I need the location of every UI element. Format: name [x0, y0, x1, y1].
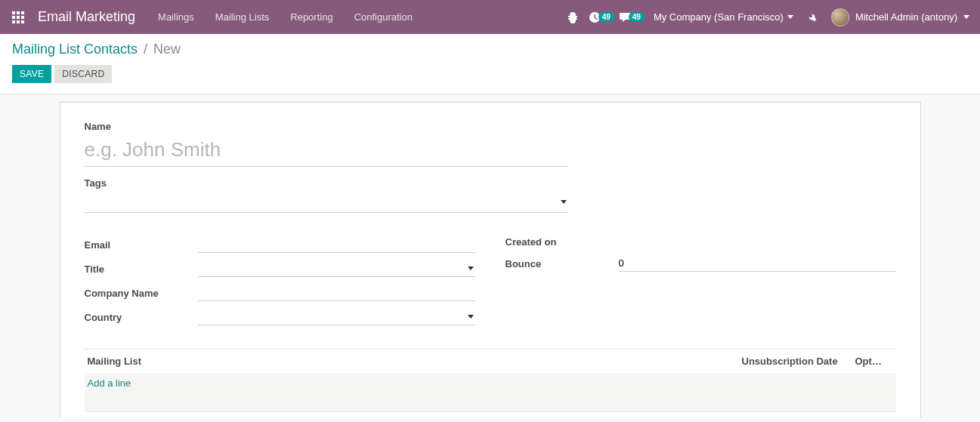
breadcrumb-separator: /: [144, 42, 147, 57]
save-button[interactable]: Save: [12, 65, 51, 83]
bounce-label: Bounce: [505, 251, 619, 276]
form-sheet: Name Tags Email Title: [60, 102, 921, 418]
debug-icon[interactable]: [561, 6, 584, 29]
subtable-header-unsubscription-date: Unsubscription Date: [742, 356, 855, 367]
navbar-right: 49 49 My Company (San Francisco) Mitchel…: [561, 6, 974, 29]
breadcrumb-current: New: [153, 42, 181, 57]
caret-down-icon: [787, 15, 793, 19]
tags-input[interactable]: [85, 193, 561, 211]
form-right-column: Created on Bounce: [505, 233, 896, 329]
bounce-input[interactable]: [619, 255, 896, 272]
mailing-list-subtable: Mailing List Unsubscription Date Opt… Ad…: [85, 349, 896, 412]
country-dropdown-icon[interactable]: [468, 315, 474, 319]
user-name: Mitchell Admin (antony): [855, 11, 957, 23]
menu-configuration[interactable]: Configuration: [345, 0, 422, 34]
breadcrumb: Mailing List Contacts / New: [12, 42, 968, 57]
developer-tools-icon[interactable]: [802, 12, 822, 23]
title-dropdown-icon[interactable]: [468, 266, 474, 270]
company-selector[interactable]: My Company (San Francisco): [649, 11, 798, 23]
subtable-header-mailing-list: Mailing List: [88, 356, 742, 367]
name-field-block: Name: [85, 121, 896, 167]
tags-field-block: Tags: [85, 177, 896, 213]
menu-mailings[interactable]: Mailings: [149, 0, 203, 34]
menu-reporting[interactable]: Reporting: [281, 0, 342, 34]
tags-dropdown-icon[interactable]: [561, 200, 567, 204]
app-title[interactable]: Email Marketing: [38, 9, 135, 25]
company-name-input[interactable]: [198, 285, 475, 301]
svg-rect-3: [12, 16, 15, 19]
add-line-link[interactable]: Add a line: [88, 377, 131, 389]
subtable-header: Mailing List Unsubscription Date Opt…: [85, 350, 896, 373]
svg-rect-0: [12, 11, 15, 14]
subtable-body: Add a line: [85, 373, 896, 412]
top-navbar: Email Marketing Mailings Mailing Lists R…: [0, 0, 980, 34]
apps-menu-icon[interactable]: [6, 5, 30, 29]
discard-button[interactable]: Discard: [54, 65, 112, 83]
svg-rect-7: [17, 20, 20, 23]
tags-input-wrap[interactable]: [85, 192, 568, 213]
form-two-columns: Email Title Company Name: [85, 233, 896, 329]
company-name: My Company (San Francisco): [654, 11, 784, 23]
title-select[interactable]: [198, 260, 475, 277]
user-menu[interactable]: Mitchell Admin (antony): [827, 8, 974, 26]
control-panel: Mailing List Contacts / New Save Discard: [0, 34, 980, 94]
svg-rect-5: [21, 16, 24, 19]
country-label: Country: [85, 305, 198, 329]
subtable-header-opt: Opt…: [855, 356, 893, 367]
breadcrumb-parent[interactable]: Mailing List Contacts: [12, 42, 138, 57]
country-input[interactable]: [198, 309, 468, 325]
email-label: Email: [85, 233, 198, 257]
activity-badge: 49: [598, 12, 614, 22]
company-name-label: Company Name: [85, 281, 198, 305]
menu-mailing-lists[interactable]: Mailing Lists: [206, 0, 279, 34]
discuss-badge: 49: [629, 12, 645, 22]
user-avatar: [831, 8, 849, 26]
main-menu: Mailings Mailing Lists Reporting Configu…: [149, 0, 422, 34]
svg-rect-4: [17, 16, 20, 19]
svg-rect-6: [12, 20, 15, 23]
main-content: Name Tags Email Title: [0, 94, 980, 418]
title-label: Title: [85, 257, 198, 281]
country-select[interactable]: [198, 309, 475, 325]
discuss-icon[interactable]: 49: [619, 6, 645, 29]
action-buttons: Save Discard: [12, 65, 968, 83]
created-on-label: Created on: [505, 233, 619, 251]
form-left-column: Email Title Company Name: [85, 233, 475, 329]
caret-down-icon: [963, 15, 969, 19]
email-input[interactable]: [198, 236, 475, 253]
svg-rect-2: [21, 11, 24, 14]
svg-rect-8: [21, 20, 24, 23]
title-input[interactable]: [198, 260, 468, 276]
svg-rect-1: [17, 11, 20, 14]
activity-icon[interactable]: 49: [589, 6, 614, 29]
name-input[interactable]: [85, 135, 568, 167]
tags-label: Tags: [85, 177, 896, 189]
name-label: Name: [85, 121, 896, 132]
